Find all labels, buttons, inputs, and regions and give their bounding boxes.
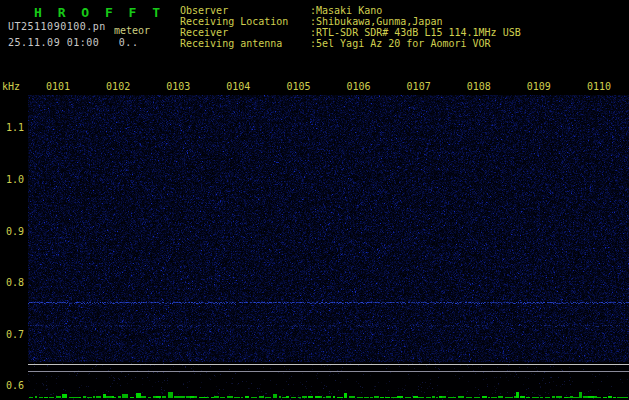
station-info-row: Receiving antenna:5el Yagi Az 20 for Aom… bbox=[180, 38, 521, 49]
time-tick-label: 0102 bbox=[106, 81, 130, 92]
spectrogram-canvas bbox=[28, 95, 629, 362]
station-info-field-value: :5el Yagi Az 20 for Aomori VOR bbox=[310, 38, 491, 49]
time-tick-label: 0104 bbox=[226, 81, 250, 92]
signal-meter-canvas bbox=[28, 362, 629, 400]
time-tick-label: 0109 bbox=[527, 81, 551, 92]
capture-datetime: 25.11.09 01:00 0.. bbox=[8, 37, 138, 48]
station-info-field-value: :Masaki Kano bbox=[310, 5, 382, 16]
time-tick-label: 0107 bbox=[407, 81, 431, 92]
station-info-row: Receiver:RTL-SDR SDR# 43dB L15 114.1MHz … bbox=[180, 27, 521, 38]
station-info-field-value: :Shibukawa,Gunma,Japan bbox=[310, 16, 442, 27]
station-info-field-label: Observer bbox=[180, 5, 310, 16]
time-tick-label: 0108 bbox=[467, 81, 491, 92]
frequency-axis: 1.11.00.90.80.70.6 bbox=[0, 0, 26, 400]
station-info: Observer:Masaki KanoReceiving Location:S… bbox=[180, 5, 521, 49]
freq-tick-label: 0.8 bbox=[6, 277, 24, 288]
time-tick-label: 0101 bbox=[46, 81, 70, 92]
freq-tick-label: 1.0 bbox=[6, 174, 24, 185]
freq-tick-label: 0.6 bbox=[6, 380, 24, 391]
station-info-field-label: Receiving antenna bbox=[180, 38, 310, 49]
station-info-row: Receiving Location:Shibukawa,Gunma,Japan bbox=[180, 16, 521, 27]
observation-mode-label: meteor bbox=[114, 25, 150, 36]
app-title: H R O F F T bbox=[34, 5, 164, 20]
freq-tick-label: 0.7 bbox=[6, 329, 24, 340]
station-info-field-label: Receiver bbox=[180, 27, 310, 38]
hrofft-output: H R O F F T UT2511090100.pn meteor 25.11… bbox=[0, 0, 629, 400]
time-axis: 0101010201030104010501060107010801090110 bbox=[0, 81, 629, 93]
time-tick-label: 0103 bbox=[166, 81, 190, 92]
freq-tick-label: 0.9 bbox=[6, 226, 24, 237]
station-info-field-value: :RTL-SDR SDR# 43dB L15 114.1MHz USB bbox=[310, 27, 521, 38]
time-tick-label: 0110 bbox=[587, 81, 611, 92]
station-info-field-label: Receiving Location bbox=[180, 16, 310, 27]
freq-tick-label: 1.1 bbox=[6, 122, 24, 133]
station-info-row: Observer:Masaki Kano bbox=[180, 5, 521, 16]
time-tick-label: 0106 bbox=[347, 81, 371, 92]
time-tick-label: 0105 bbox=[286, 81, 310, 92]
